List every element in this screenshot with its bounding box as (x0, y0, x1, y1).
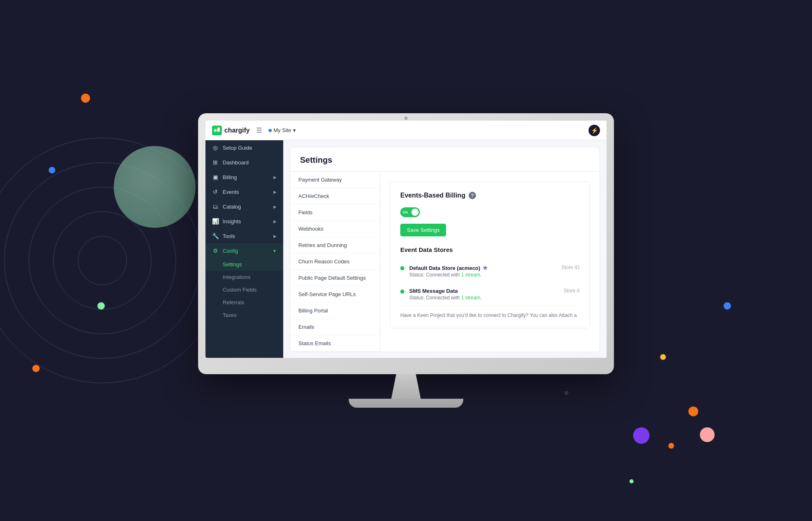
settings-nav-billing-portal[interactable]: Billing Portal (290, 303, 380, 319)
dot-purple-1 (633, 427, 650, 444)
sidebar-sub-item-taxes[interactable]: Taxes (205, 309, 283, 321)
dot-green-sphere (114, 146, 196, 228)
store-status-default: Status: Connected with 1 stream. (409, 272, 557, 278)
sidebar-sub-item-integrations[interactable]: Integrations (205, 271, 283, 283)
save-settings-button[interactable]: Save Settings (400, 224, 446, 236)
settings-nav-churn[interactable]: Churn Reason Codes (290, 254, 380, 270)
events-billing-title-text: Events-Based Billing (400, 192, 465, 199)
toggle-knob (411, 209, 419, 216)
events-billing-title: Events-Based Billing ? (400, 192, 580, 199)
store-info-sms: SMS Message Data Status: Connected with … (409, 288, 559, 301)
settings-page-title: Settings (290, 147, 600, 172)
dot-pink-1 (700, 427, 715, 442)
logo-text: chargify (224, 127, 250, 134)
sidebar-sub-item-custom-fields[interactable]: Custom Fields (205, 283, 283, 296)
insights-chevron-icon: ▶ (273, 219, 277, 224)
settings-panel: Events-Based Billing ? On (380, 172, 600, 352)
store-status-dot-sms (400, 290, 404, 294)
store-info-default: Default Data Store (acmeco) ★ Status: Co… (409, 265, 557, 278)
settings-nav-public-page[interactable]: Public Page Default Settings (290, 270, 380, 286)
settings-nav-label-public-page: Public Page Default Settings (298, 275, 366, 281)
config-icon: ⚙ (212, 247, 219, 254)
tools-chevron-icon: ▶ (273, 234, 277, 238)
notifications-button[interactable]: ⚡ (589, 125, 600, 136)
store-id-default: Store ID (562, 265, 580, 270)
settings-nav-ach-echeck[interactable]: ACH/eCheck (290, 188, 380, 204)
settings-nav-webhooks[interactable]: Webhooks (290, 221, 380, 237)
insights-icon: 📊 (212, 218, 219, 225)
store-stream-link-sms[interactable]: 1 stream. (461, 295, 482, 301)
help-icon[interactable]: ? (469, 192, 476, 199)
data-store-row-default: Default Data Store (acmeco) ★ Status: Co… (400, 260, 580, 283)
hamburger-icon[interactable]: ☰ (256, 126, 262, 134)
site-chevron-icon: ▾ (293, 127, 296, 133)
header-logo: chargify (212, 126, 250, 135)
dot-green-2 (629, 479, 634, 483)
store-status-sms: Status: Connected with 1 stream. (409, 295, 559, 301)
sidebar-item-dashboard[interactable]: ⊞ Dashboard (205, 155, 283, 170)
sidebar-sub-label-integrations: Integrations (223, 274, 250, 280)
store-name-sms: SMS Message Data (409, 288, 559, 294)
settings-nav-self-service[interactable]: Self-Service Page URLs (290, 286, 380, 303)
sidebar-item-label-catalog: Catalog (223, 204, 241, 210)
catalog-icon: 🗂 (212, 203, 219, 210)
settings-nav-status-emails[interactable]: Status Emails (290, 335, 380, 352)
dot-orange-3 (688, 406, 698, 416)
sidebar-item-tools[interactable]: 🔧 Tools ▶ (205, 229, 283, 243)
dot-orange-2 (32, 365, 40, 372)
settings-nav: Payment Gateway ACH/eCheck Fields Webhoo… (290, 172, 380, 352)
sidebar-item-events[interactable]: ↺ Events ▶ (205, 184, 283, 199)
dot-yellow-1 (660, 354, 666, 360)
sidebar-item-label-billing: Billing (223, 174, 237, 180)
sidebar-item-catalog[interactable]: 🗂 Catalog ▶ (205, 199, 283, 214)
settings-body: Payment Gateway ACH/eCheck Fields Webhoo… (290, 172, 600, 352)
site-selector[interactable]: My Site ▾ (268, 127, 295, 133)
svg-rect-1 (217, 128, 220, 132)
events-icon: ↺ (212, 189, 219, 195)
settings-nav-label-emails: Emails (298, 324, 314, 330)
dot-blue-2 (724, 302, 731, 310)
sidebar-item-billing[interactable]: ▣ Billing ▶ (205, 170, 283, 184)
toggle-on-label: On (403, 210, 408, 214)
store-id-sms: Store II (564, 288, 580, 294)
sidebar-item-config[interactable]: ⚙ Config ▼ (205, 243, 283, 258)
circle-ring-2 (4, 162, 201, 359)
sidebar: ◎ Setup Guide ⊞ Dashboard ▣ Billing ▶ ↺ (205, 140, 283, 358)
sidebar-sub-label-settings: Settings (223, 261, 242, 267)
site-name: My Site (273, 127, 291, 133)
logo-icon (212, 126, 222, 135)
store-status-dot-default (400, 266, 404, 270)
settings-nav-label-payment-gateway: Payment Gateway (298, 177, 342, 183)
site-indicator-dot (268, 129, 272, 132)
circle-ring-4 (53, 211, 151, 310)
circle-ring-3 (29, 187, 176, 334)
sidebar-item-label-dashboard: Dashboard (223, 159, 249, 166)
sidebar-sub-item-settings[interactable]: Settings (205, 258, 283, 271)
dot-blue-1 (49, 167, 55, 173)
settings-nav-retries[interactable]: Retries and Dunning (290, 237, 380, 254)
keen-note-text: Have a Keen Project that you'd like to c… (400, 312, 577, 318)
settings-nav-fields[interactable]: Fields (290, 204, 380, 221)
events-billing-toggle[interactable]: On (400, 207, 420, 217)
settings-nav-emails[interactable]: Emails (290, 319, 380, 335)
monitor-stand-base (349, 399, 463, 408)
sidebar-sub-item-referrals[interactable]: Referrals (205, 296, 283, 309)
settings-nav-payment-gateway[interactable]: Payment Gateway (290, 172, 380, 188)
screen: chargify ☰ My Site ▾ ⚡ ◎ Setup Guide (205, 121, 607, 358)
settings-nav-label-webhooks: Webhooks (298, 226, 323, 232)
sidebar-item-setup-guide[interactable]: ◎ Setup Guide (205, 140, 283, 155)
dot-orange-4 (668, 443, 674, 449)
store-name-text-sms: SMS Message Data (409, 288, 458, 294)
store-stream-link-default[interactable]: 1 stream. (461, 272, 482, 278)
circle-ring-1 (0, 138, 225, 383)
data-store-row-sms: SMS Message Data Status: Connected with … (400, 283, 580, 306)
events-billing-section: Events-Based Billing ? On (390, 182, 590, 328)
star-icon: ★ (483, 265, 488, 271)
settings-nav-label-retries: Retries and Dunning (298, 242, 347, 248)
keen-project-note: Have a Keen Project that you'd like to c… (400, 312, 580, 318)
settings-nav-label-billing-portal: Billing Portal (298, 308, 328, 314)
sidebar-item-label-setup-guide: Setup Guide (223, 145, 252, 151)
sidebar-item-insights[interactable]: 📊 Insights ▶ (205, 214, 283, 229)
monitor: chargify ☰ My Site ▾ ⚡ ◎ Setup Guide (198, 113, 614, 408)
dot-green-1 (97, 302, 105, 310)
